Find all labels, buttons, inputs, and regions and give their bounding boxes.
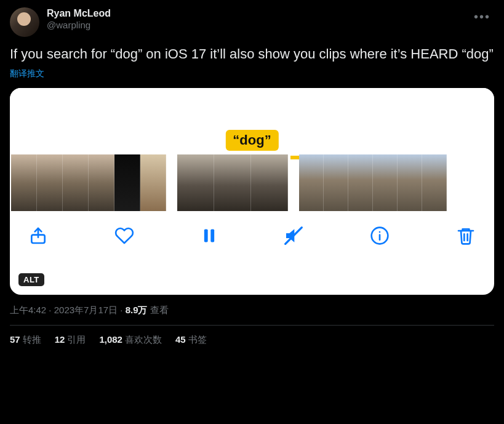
retweets-stat[interactable]: 57转推 bbox=[10, 334, 41, 346]
svg-rect-2 bbox=[210, 229, 214, 242]
more-icon[interactable]: ••• bbox=[470, 7, 494, 26]
clip-strip bbox=[10, 154, 494, 211]
media-card[interactable]: “dog” bbox=[10, 88, 494, 295]
divider bbox=[10, 325, 494, 326]
pause-icon[interactable] bbox=[201, 227, 218, 244]
share-icon[interactable] bbox=[28, 226, 48, 246]
alt-badge[interactable]: ALT bbox=[18, 273, 44, 286]
trash-icon[interactable] bbox=[456, 226, 476, 246]
clip-thumb bbox=[422, 154, 447, 211]
translate-link[interactable]: 翻译推文 bbox=[10, 68, 44, 79]
author-names[interactable]: Ryan McLeod @warpling bbox=[47, 7, 111, 31]
clip-thumb bbox=[348, 154, 373, 211]
search-term-badge: “dog” bbox=[225, 130, 278, 151]
tweet-header: Ryan McLeod @warpling ••• bbox=[10, 7, 494, 37]
clip-thumb bbox=[299, 154, 324, 211]
quotes-stat[interactable]: 12引用 bbox=[55, 334, 86, 346]
bookmarks-stat[interactable]: 45书签 bbox=[175, 334, 207, 346]
svg-point-6 bbox=[379, 231, 381, 233]
clip-thumb bbox=[398, 154, 422, 211]
tweet-meta: 上午4:42 · 2023年7月17日 · 8.9万 查看 bbox=[10, 305, 494, 316]
clip-thumb bbox=[37, 154, 63, 211]
clip-thumb bbox=[63, 154, 89, 211]
clip-thumb bbox=[140, 154, 166, 211]
clip-thumb bbox=[324, 154, 348, 211]
tweet-stats: 57转推 12引用 1,082喜欢次数 45书签 bbox=[10, 334, 494, 346]
clip-thumb bbox=[11, 154, 37, 211]
clip-group-1[interactable] bbox=[11, 154, 166, 211]
svg-rect-1 bbox=[204, 229, 207, 242]
clip-thumb bbox=[214, 154, 251, 211]
clip-group-2[interactable] bbox=[177, 154, 288, 211]
display-name: Ryan McLeod bbox=[47, 7, 111, 20]
tweet-text: If you search for “dog” on iOS 17 it’ll … bbox=[10, 46, 494, 63]
info-icon[interactable] bbox=[370, 226, 390, 246]
media-controls bbox=[10, 211, 494, 246]
avatar[interactable] bbox=[10, 7, 39, 37]
media-top: “dog” bbox=[10, 88, 494, 154]
clip-thumb bbox=[177, 154, 214, 211]
views-count: 8.9万 bbox=[126, 305, 148, 315]
tweet-time[interactable]: 上午4:42 bbox=[10, 305, 46, 315]
clip-thumb bbox=[89, 154, 114, 211]
clip-thumb bbox=[114, 154, 140, 211]
clip-thumb bbox=[251, 154, 288, 211]
clip-group-3[interactable] bbox=[299, 154, 447, 211]
clip-thumb bbox=[373, 154, 398, 211]
heart-icon[interactable] bbox=[114, 226, 134, 246]
tweet-date[interactable]: 2023年7月17日 bbox=[54, 305, 118, 315]
handle: @warpling bbox=[47, 20, 111, 31]
volume-mute-icon[interactable] bbox=[284, 226, 303, 246]
likes-stat[interactable]: 1,082喜欢次数 bbox=[99, 334, 162, 346]
views-label: 查看 bbox=[150, 305, 169, 315]
tweet: Ryan McLeod @warpling ••• If you search … bbox=[10, 7, 494, 346]
